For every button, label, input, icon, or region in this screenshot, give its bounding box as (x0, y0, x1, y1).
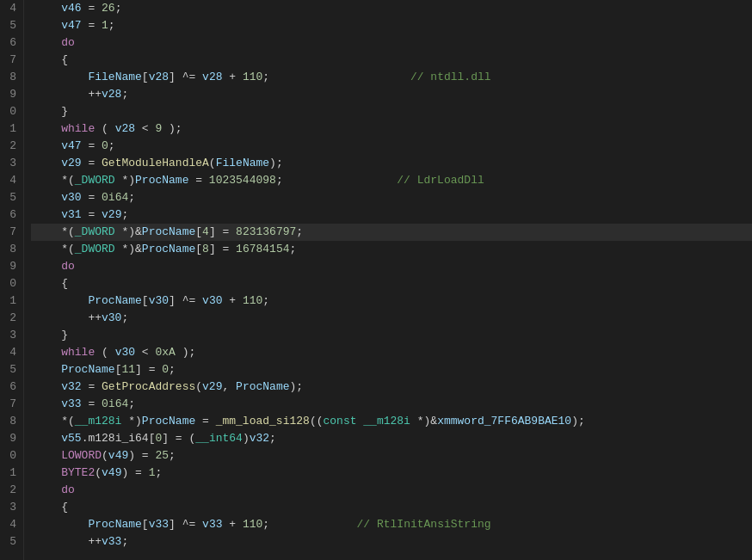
code-token: 0 (162, 363, 169, 376)
code-token: (( (310, 415, 324, 428)
code-token: ; (269, 432, 276, 445)
code-token: ; (169, 449, 176, 462)
code-token: *( (34, 415, 75, 428)
code-token: v30 (115, 346, 135, 359)
code-token: v32 (61, 380, 81, 393)
code-token: ) = (128, 449, 155, 462)
code-token: ; (121, 88, 128, 101)
code-token (34, 191, 61, 204)
code-line: LOWORD(v49) = 25; (31, 447, 752, 465)
code-token: do (61, 260, 75, 273)
code-token (34, 397, 61, 410)
code-token (34, 36, 61, 49)
code-token: v55 (61, 432, 81, 445)
code-token: ( (102, 449, 108, 462)
code-token: { (34, 501, 68, 514)
code-token (34, 518, 88, 531)
code-token: FileName (216, 157, 269, 169)
code-token: // ntdll.dll (410, 71, 491, 83)
line-number: 6 (3, 34, 16, 52)
code-token: 110 (243, 294, 262, 307)
code-token: { (34, 277, 68, 290)
line-number: 3 (3, 499, 16, 516)
code-token: ++ (34, 535, 102, 548)
code-token: *( (34, 174, 75, 187)
code-editor: 45678901234567890123456789012345 v46 = 2… (0, 0, 752, 560)
code-line: do (31, 482, 752, 499)
code-token: v32 (250, 432, 269, 445)
code-token: v49 (108, 449, 128, 462)
code-token: ProcName (142, 225, 195, 238)
line-number: 4 (3, 516, 16, 533)
code-token: ) (243, 432, 250, 445)
code-token (34, 432, 61, 445)
code-token: .m128i_i64[ (82, 432, 156, 445)
code-token: } (34, 105, 68, 118)
code-line: ProcName[v30] ^= v30 + 110; (31, 292, 752, 310)
code-line: FileName[v28] ^= v28 + 110; // ntdll.dll (31, 69, 752, 86)
code-token: ); (162, 122, 182, 135)
code-token: v33 (102, 535, 121, 548)
code-token: v47 (61, 19, 81, 32)
code-token: ++ (34, 311, 102, 324)
code-token: = (82, 139, 102, 152)
code-token: 823136797 (236, 225, 296, 238)
code-token: _DWORD (75, 243, 115, 255)
code-token (269, 71, 410, 83)
code-token: v47 (61, 139, 81, 152)
code-token: = (82, 397, 102, 410)
code-token: ProcName (135, 174, 188, 187)
code-token: v49 (102, 466, 121, 479)
line-number: 8 (3, 241, 16, 258)
code-line: v30 = 0i64; (31, 189, 752, 206)
code-token: xmmword_7FF6AB9BAE10 (437, 415, 571, 428)
line-number: 7 (3, 396, 16, 413)
code-token (34, 122, 61, 135)
code-token: ProcName (61, 363, 114, 376)
code-token: [ (142, 294, 149, 307)
code-token: v30 (149, 294, 169, 307)
line-number: 6 (3, 378, 16, 396)
line-number: 2 (3, 310, 16, 327)
code-line: v47 = 0; (31, 138, 752, 155)
line-number: 5 (3, 17, 16, 34)
line-number: 3 (3, 155, 16, 172)
line-number: 5 (3, 189, 16, 206)
code-line: *(_DWORD *)ProcName = 1023544098; // Ldr… (31, 172, 752, 189)
code-token (34, 483, 61, 496)
code-token: = (82, 208, 102, 221)
code-token: v30 (61, 191, 81, 204)
line-number: 9 (3, 430, 16, 447)
code-token: 0xA (155, 346, 175, 359)
line-number: 2 (3, 482, 16, 499)
line-number: 7 (3, 224, 16, 241)
code-line: do (31, 258, 752, 275)
line-number: 5 (3, 361, 16, 378)
code-line: ++v33; (31, 533, 752, 551)
code-line: v29 = GetModuleHandleA(FileName); (31, 155, 752, 172)
code-line: { (31, 499, 752, 516)
line-number: 8 (3, 69, 16, 86)
code-token: v31 (61, 208, 81, 221)
code-token: < (135, 122, 155, 135)
line-number: 1 (3, 465, 16, 482)
code-token: 16784154 (236, 243, 289, 255)
code-token: ); (176, 346, 195, 359)
code-token: *( (34, 243, 75, 255)
code-token: [ (195, 225, 202, 238)
code-token: ProcName (88, 294, 141, 307)
code-token: [ (195, 243, 202, 255)
code-line: { (31, 275, 752, 292)
code-token: { (34, 53, 68, 66)
code-token: GetModuleHandleA (102, 157, 209, 169)
code-token: 110 (243, 518, 262, 531)
code-content[interactable]: v46 = 26; v47 = 1; do { FileName[v28] ^=… (24, 0, 752, 560)
code-token: ( (95, 346, 114, 359)
code-line: v32 = GetProcAddress(v29, ProcName); (31, 378, 752, 396)
code-token: ; (108, 19, 115, 32)
code-line: ++v30; (31, 310, 752, 327)
code-token (269, 518, 356, 531)
code-line: ProcName[v33] ^= v33 + 110; // RtlInitAn… (31, 516, 752, 533)
code-line: v33 = 0i64; (31, 396, 752, 413)
code-token: ( (95, 122, 114, 135)
